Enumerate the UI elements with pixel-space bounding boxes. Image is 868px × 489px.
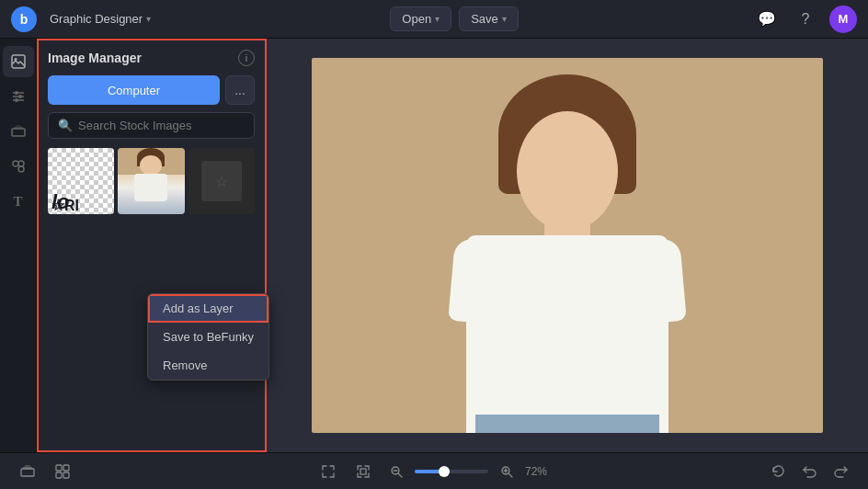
redo-button[interactable] [828, 459, 853, 484]
zoom-control: 72% [385, 461, 553, 483]
svg-rect-10 [16, 125, 21, 127]
app-name-button[interactable]: Graphic Designer ▾ [44, 8, 156, 29]
bottom-bar: 72% [0, 452, 868, 489]
canvas-area [267, 39, 868, 452]
zoom-handle[interactable] [439, 466, 450, 477]
image-grid: lo ☆RI ☆ Add as Layer Save to BeFunky Re [48, 148, 255, 214]
help-icon[interactable]: ? [791, 5, 820, 34]
svg-point-11 [13, 161, 18, 166]
search-icon: 🔍 [58, 119, 73, 132]
sidebar-item-elements[interactable] [3, 151, 34, 182]
header-center: Open ▾ Save ▾ [390, 6, 518, 31]
history-button[interactable] [765, 459, 791, 484]
svg-point-12 [18, 166, 24, 172]
adjustments-icon [10, 88, 27, 105]
svg-point-5 [18, 95, 22, 98]
sidebar-item-adjustments[interactable] [3, 81, 34, 112]
svg-rect-15 [23, 467, 32, 469]
sidebar-item-layers[interactable] [3, 116, 34, 147]
tshirt [466, 235, 668, 433]
app-name-label: Graphic Designer [50, 12, 143, 26]
svg-rect-9 [14, 127, 23, 129]
context-item-add-layer[interactable]: Add as Layer [148, 294, 268, 323]
image-thumb-3[interactable]: ☆ [188, 148, 255, 214]
dark-thumb-inner: ☆ [201, 161, 241, 200]
svg-rect-8 [12, 129, 25, 136]
svg-rect-20 [63, 472, 69, 478]
fit-button[interactable] [350, 459, 376, 484]
svg-rect-21 [360, 469, 366, 474]
svg-line-23 [398, 473, 402, 477]
zoom-out-button[interactable] [385, 461, 407, 483]
jeans [475, 415, 659, 433]
open-button[interactable]: Open ▾ [390, 6, 451, 31]
panel-header: Image Manager i [48, 50, 255, 66]
open-chevron-icon: ▾ [435, 14, 440, 24]
sidebar-item-text[interactable]: T [3, 186, 34, 217]
save-label: Save [471, 12, 498, 26]
svg-point-3 [15, 91, 18, 95]
chevron-down-icon: ▾ [146, 14, 151, 24]
svg-line-26 [508, 473, 512, 477]
image-thumb-2[interactable] [118, 148, 184, 214]
context-menu: Add as Layer Save to BeFunky Remove [147, 293, 269, 381]
svg-rect-19 [56, 472, 62, 478]
svg-rect-18 [63, 465, 69, 471]
svg-rect-17 [56, 465, 62, 471]
grid-toggle-icon[interactable] [50, 459, 75, 484]
bottom-left [15, 459, 75, 484]
svg-rect-16 [25, 465, 30, 467]
zoom-slider[interactable] [415, 470, 488, 473]
computer-button[interactable]: Computer [48, 75, 220, 105]
layers-icon [10, 123, 27, 140]
svg-point-7 [15, 98, 18, 102]
zoom-percent-label: 72% [525, 465, 553, 478]
person-body [439, 84, 696, 433]
svg-point-13 [18, 161, 24, 166]
zoom-in-button[interactable] [496, 461, 518, 483]
avatar[interactable]: M [829, 6, 857, 33]
save-button[interactable]: Save ▾ [459, 6, 519, 31]
layers-toggle-icon[interactable] [15, 459, 40, 484]
header-left: b Graphic Designer ▾ [11, 6, 156, 32]
person-scene [312, 58, 823, 433]
canvas-image [312, 58, 823, 433]
btn-row: Computer ... [48, 75, 255, 105]
logo-subtext: ☆RI [51, 197, 79, 214]
search-placeholder: Search Stock Images [78, 119, 192, 132]
bottom-right [765, 459, 853, 484]
sidebar-item-photos[interactable] [3, 46, 34, 77]
logo-icon[interactable]: b [11, 6, 37, 32]
image-thumb-1[interactable]: lo ☆RI [48, 148, 114, 214]
header-right: 💬 ? M [752, 5, 857, 34]
header: b Graphic Designer ▾ Open ▾ Save ▾ 💬 ? M [0, 0, 868, 39]
icon-sidebar: T [0, 39, 37, 452]
expand-button[interactable] [315, 459, 341, 484]
elements-icon [10, 158, 27, 175]
shirt-shape [134, 174, 167, 201]
svg-rect-14 [21, 469, 34, 476]
dark-thumb-icon: ☆ [215, 173, 228, 190]
chat-icon[interactable]: 💬 [752, 5, 782, 34]
open-label: Open [402, 12, 431, 26]
face-shape [140, 155, 162, 176]
text-icon: T [13, 194, 22, 210]
image-manager-panel: Image Manager i Computer ... 🔍 Search St… [37, 39, 267, 452]
info-icon[interactable]: i [238, 50, 255, 66]
more-button[interactable]: ... [225, 75, 255, 105]
main-area: T Image Manager i Computer ... 🔍 Search … [0, 39, 868, 452]
context-item-remove[interactable]: Remove [148, 351, 268, 380]
photos-icon [10, 53, 27, 70]
save-chevron-icon: ▾ [502, 14, 507, 24]
undo-button[interactable] [796, 459, 822, 484]
panel-title: Image Manager [48, 51, 142, 65]
search-bar[interactable]: 🔍 Search Stock Images [48, 112, 255, 139]
context-item-save-befunky[interactable]: Save to BeFunky [148, 323, 268, 351]
bottom-center: 72% [315, 459, 553, 484]
